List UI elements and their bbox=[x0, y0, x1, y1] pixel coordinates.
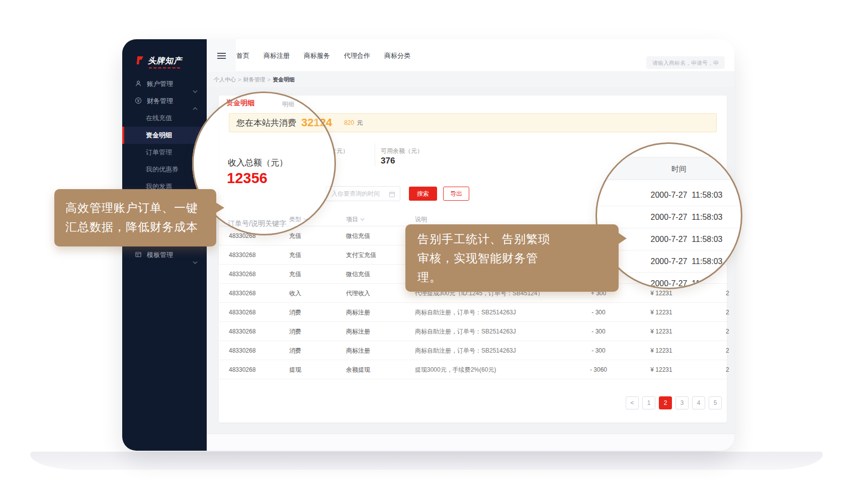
cell-project: 支付宝充值 bbox=[346, 245, 376, 265]
cell-time: 2 bbox=[726, 303, 729, 322]
breadcrumb: 个人中心>财务管理>资金明细 bbox=[207, 72, 734, 87]
nav-item-4[interactable]: 代理合作 bbox=[344, 51, 370, 60]
cell-order: 48330268 bbox=[229, 284, 255, 303]
user-icon bbox=[135, 76, 142, 94]
col-header-desc: 说明 bbox=[415, 215, 427, 224]
tooltip-left: 高效管理账户订单、一键 汇总数据，降低财务成本 bbox=[54, 189, 216, 246]
sidebar-item-label: 财务管理 bbox=[147, 97, 173, 105]
tooltip-right: 告别手工统计、告别繁琐 审核，实现智能财务管 理。 bbox=[405, 224, 619, 292]
pagination-prev-button[interactable]: < bbox=[626, 396, 639, 409]
breadcrumb-separator: > bbox=[238, 76, 241, 82]
sidebar-subitem-4[interactable]: 资金明细 bbox=[122, 127, 207, 144]
cell-project: 商标注册 bbox=[346, 303, 370, 322]
pagination-page-3[interactable]: 3 bbox=[675, 396, 689, 409]
laptop-base bbox=[30, 452, 823, 470]
cell-balance: ¥ 12231 bbox=[634, 303, 689, 322]
cell-balance: ¥ 12231 bbox=[634, 322, 689, 341]
cell-type: 收入 bbox=[289, 284, 301, 303]
cell-desc: 商标自助注册，订单号：SB2514263J bbox=[415, 341, 571, 360]
cell-amount: - 300 bbox=[571, 322, 626, 341]
tooltip-right-line2: 审核，实现智能财务管 bbox=[417, 248, 619, 268]
cell-type: 消费 bbox=[289, 322, 301, 341]
sidebar-item-label: 账户管理 bbox=[147, 80, 173, 88]
tooltip-left-line1: 高效管理账户订单、一键 bbox=[65, 198, 216, 217]
export-button[interactable]: 导出 bbox=[443, 187, 469, 201]
tooltip-arrow-icon bbox=[618, 232, 627, 244]
sidebar-item-8[interactable]: 模板管理 bbox=[122, 246, 207, 264]
col-header-project-label: 项目 bbox=[346, 216, 358, 223]
breadcrumb-separator: > bbox=[267, 76, 270, 82]
finance-icon bbox=[135, 94, 142, 111]
tooltip-arrow-icon bbox=[215, 202, 224, 213]
page: 头牌知产 账户管理财务管理在线充值资金明细订单管理我的优惠券我的发票模板管理 首… bbox=[0, 0, 853, 504]
brand-logo: 头牌知产 bbox=[135, 54, 201, 71]
nav-item-2[interactable]: 商标注册 bbox=[264, 51, 290, 60]
menu-toggle-button[interactable] bbox=[207, 39, 236, 72]
cell-type: 消费 bbox=[289, 341, 301, 360]
cell-order: 48330268 bbox=[229, 265, 255, 284]
nav-item-3[interactable]: 商标服务 bbox=[304, 51, 330, 60]
topbar: 首页商标注册商标服务代理合作商标分类 bbox=[207, 39, 734, 72]
breadcrumb-item-2[interactable]: 财务管理 bbox=[243, 76, 265, 82]
cell-order: 48330268 bbox=[229, 322, 255, 341]
tooltip-right-line3: 理。 bbox=[417, 268, 619, 287]
cell-project: 余额提现 bbox=[346, 360, 370, 379]
cell-time: 2 bbox=[726, 322, 729, 341]
tooltip-left-line2: 汇总数据，降低财务成本 bbox=[65, 217, 216, 236]
cell-project: 微信充值 bbox=[346, 265, 370, 284]
cell-desc: 提现3000元，手续费2%(60元) bbox=[415, 360, 571, 379]
cell-type: 提现 bbox=[289, 360, 301, 379]
trademark-search-input[interactable] bbox=[646, 56, 725, 69]
pagination: <12345 bbox=[219, 396, 722, 409]
col-header-project[interactable]: 项目 bbox=[346, 215, 365, 224]
cell-time: 2 bbox=[726, 284, 729, 303]
cell-time: 2 bbox=[726, 360, 729, 379]
table-row-7: 48330268消费商标注册商标自助注册，订单号：SB2514263J- 300… bbox=[219, 341, 727, 360]
breadcrumb-item-3: 资金明细 bbox=[273, 76, 295, 82]
brand-name: 头牌知产 bbox=[148, 56, 182, 66]
cell-amount: - 3060 bbox=[571, 360, 626, 379]
cell-order: 48330268 bbox=[229, 245, 255, 265]
cell-desc: 商标自助注册，订单号：SB2514263J bbox=[415, 303, 571, 322]
pagination-page-4[interactable]: 4 bbox=[692, 396, 705, 409]
cell-amount: - 300 bbox=[571, 303, 626, 322]
search-button[interactable]: 搜索 bbox=[409, 187, 437, 201]
table-row-5: 48330268消费商标注册商标自助注册，订单号：SB2514263J- 300… bbox=[219, 303, 727, 322]
date-query-input[interactable] bbox=[326, 186, 400, 201]
cell-type: 充值 bbox=[289, 245, 301, 265]
cell-project: 商标注册 bbox=[346, 322, 370, 341]
cell-desc: 商标自助注册，订单号：SB2514263J bbox=[415, 322, 571, 341]
breadcrumb-item-1[interactable]: 个人中心 bbox=[214, 76, 236, 82]
cell-order: 48330268 bbox=[229, 341, 255, 360]
cell-amount: - 300 bbox=[571, 341, 626, 360]
cell-project: 商标注册 bbox=[346, 341, 370, 360]
cell-type: 消费 bbox=[289, 303, 301, 322]
table-row-8: 48330268提现余额提现提现3000元，手续费2%(60元)- 3060¥ … bbox=[219, 360, 727, 379]
nav-item-1[interactable]: 首页 bbox=[236, 51, 249, 60]
table-row-6: 48330268消费商标注册商标自助注册，订单号：SB2514263J- 300… bbox=[219, 322, 727, 341]
chevron-down-icon bbox=[193, 254, 198, 271]
banner-amount-small: 820 bbox=[344, 119, 354, 126]
magnifier-time-row-1: 2000-7-27 11:58:03 bbox=[597, 184, 742, 206]
pagination-page-5[interactable]: 5 bbox=[709, 396, 722, 409]
brand-tagline bbox=[149, 67, 180, 68]
template-icon bbox=[135, 247, 142, 265]
pagination-page-2[interactable]: 2 bbox=[659, 396, 672, 409]
magnifier-time-row-2: 2000-7-27 11:58:03 bbox=[597, 206, 742, 228]
sidebar-item-2[interactable]: 财务管理 bbox=[122, 93, 207, 110]
sidebar-item-label: 模板管理 bbox=[147, 251, 173, 259]
pagination-page-1[interactable]: 1 bbox=[642, 396, 655, 409]
nav-item-5[interactable]: 商标分类 bbox=[384, 51, 410, 60]
cell-project: 微信充值 bbox=[346, 226, 370, 245]
hamburger-icon bbox=[217, 51, 226, 60]
sidebar-subitem-3[interactable]: 在线充值 bbox=[122, 110, 207, 127]
sidebar-item-1[interactable]: 账户管理 bbox=[122, 75, 207, 93]
sort-caret-icon bbox=[360, 215, 365, 222]
cell-balance: ¥ 12231 bbox=[634, 360, 689, 379]
cell-order: 48330268 bbox=[229, 360, 255, 379]
cell-time: 2 bbox=[726, 341, 729, 360]
banner-unit: 元 bbox=[357, 119, 363, 127]
available-balance-value: 376 bbox=[381, 156, 395, 166]
cell-project: 代理收入 bbox=[346, 284, 370, 303]
tooltip-right-line1: 告别手工统计、告别繁琐 bbox=[417, 229, 619, 248]
